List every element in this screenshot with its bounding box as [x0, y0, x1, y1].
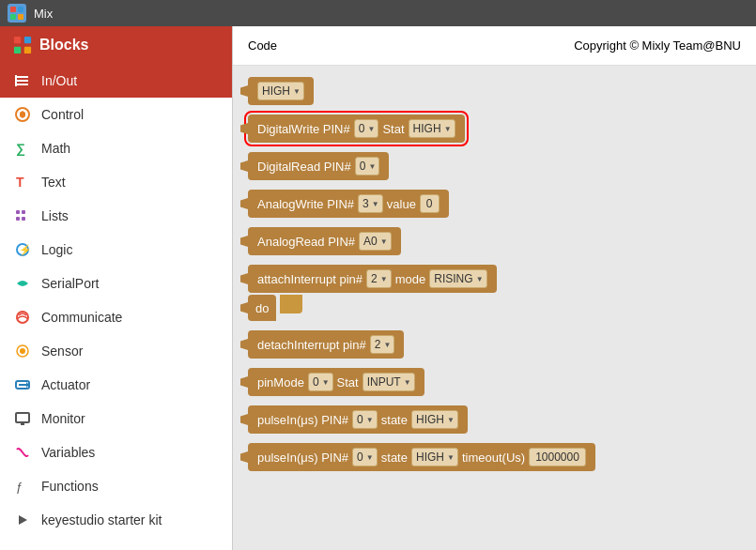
sidebar-item-variables-label: Variables: [41, 445, 95, 460]
logic-icon: ⚡: [13, 240, 32, 259]
attachinterrupt-mode-dropdown[interactable]: RISING: [429, 269, 486, 288]
sidebar-item-sensor-label: Sensor: [41, 344, 83, 359]
title-bar: Mix: [0, 0, 756, 26]
svg-rect-1: [18, 7, 23, 12]
svg-rect-16: [22, 210, 25, 214]
detachinterrupt-block[interactable]: detachInterrupt pin# 2: [248, 330, 404, 359]
sidebar-item-control[interactable]: Control: [0, 98, 232, 131]
pulsein2-prefix: pulseIn(μs) PIN#: [257, 451, 348, 465]
detachinterrupt-prefix: detachInterrupt pin#: [257, 338, 366, 352]
pulsein2-state-dropdown[interactable]: HIGH: [411, 448, 458, 466]
sidebar-item-logic[interactable]: ⚡ Logic: [0, 233, 232, 267]
digitalread-prefix: DigitalRead PIN#: [257, 160, 351, 174]
analogwrite-pin-dropdown[interactable]: 3: [358, 194, 383, 213]
sensor-icon: [13, 342, 32, 360]
sidebar-item-variables[interactable]: Variables: [0, 435, 232, 469]
pulsein-block[interactable]: pulseIn(μs) PIN# 0 state HIGH: [248, 405, 468, 434]
serialport-icon: [13, 274, 32, 293]
sidebar-item-lists[interactable]: Lists: [0, 199, 232, 233]
sidebar-item-inout[interactable]: In/Out: [0, 64, 232, 98]
attachinterrupt-mode-label: mode: [395, 272, 426, 286]
digitalwrite-stat-label: Stat: [382, 122, 404, 136]
digitalwrite-stat-dropdown[interactable]: HIGH: [409, 119, 455, 138]
svg-rect-7: [24, 47, 31, 53]
sidebar-item-text[interactable]: T Text: [0, 165, 232, 199]
sidebar-item-monitor-label: Monitor: [41, 411, 85, 426]
sidebar-item-text-label: Text: [41, 175, 66, 190]
detachinterrupt-pin-dropdown[interactable]: 2: [370, 335, 395, 354]
sidebar-item-functions-label: Functions: [41, 479, 99, 494]
actuator-icon: [13, 375, 32, 394]
pulsein-state-label: state: [381, 413, 408, 427]
svg-rect-17: [16, 217, 20, 221]
pinmode-block[interactable]: pinMode 0 Stat INPUT: [248, 368, 424, 396]
svg-rect-15: [16, 210, 20, 214]
inout-icon: [13, 71, 32, 90]
pulsein2-block[interactable]: pulseIn(μs) PIN# 0 state HIGH timeout(Us…: [248, 443, 595, 471]
sidebar-header: Blocks: [0, 26, 232, 64]
pulsein2-state-label: state: [381, 451, 408, 465]
pinmode-pin-dropdown[interactable]: 0: [308, 373, 333, 391]
pulsein2-timeout-value[interactable]: 1000000: [529, 448, 586, 466]
svg-marker-31: [19, 515, 27, 525]
do-notch: [280, 295, 302, 313]
attachinterrupt-pin-dropdown[interactable]: 2: [366, 269, 392, 288]
sidebar-item-math-label: Math: [41, 141, 70, 156]
svg-rect-6: [14, 47, 21, 53]
svg-rect-3: [18, 14, 23, 20]
svg-text:⚡: ⚡: [19, 243, 31, 256]
app-container: Mix Blocks: [0, 0, 756, 550]
content-area: Code Copyright © Mixly Team@BNU HIGH Dig…: [233, 26, 756, 550]
pinmode-stat-dropdown[interactable]: INPUT: [363, 373, 415, 391]
pulsein-pin-dropdown[interactable]: 0: [352, 410, 378, 429]
high-dropdown[interactable]: HIGH: [257, 82, 304, 100]
sidebar-item-inout-label: In/Out: [41, 73, 77, 88]
sidebar-item-sensor[interactable]: Sensor: [0, 334, 232, 368]
sidebar-item-actuator[interactable]: Actuator: [0, 368, 232, 402]
digitalread-pin-dropdown[interactable]: 0: [355, 157, 380, 176]
svg-text:∑: ∑: [16, 141, 25, 157]
blocks-icon: [13, 36, 32, 54]
svg-rect-4: [14, 37, 21, 43]
pulsein2-pin-dropdown[interactable]: 0: [352, 448, 378, 466]
digitalwrite-block[interactable]: DigitalWrite PIN# 0 Stat HIGH: [248, 115, 465, 143]
title-bar-text: Mix: [34, 7, 53, 21]
svg-rect-18: [22, 217, 25, 221]
digitalread-block[interactable]: DigitalRead PIN# 0: [248, 152, 389, 180]
analogwrite-value[interactable]: 0: [420, 194, 440, 213]
pulsein-state-dropdown[interactable]: HIGH: [411, 410, 458, 429]
sidebar-item-functions[interactable]: ƒ Functions: [0, 469, 232, 503]
analogwrite-value-label: value: [387, 197, 416, 211]
sidebar-item-communicate[interactable]: Communicate: [0, 300, 232, 334]
sidebar-item-keyestudio-label: keyestudio starter kit: [41, 512, 162, 527]
digitalwrite-prefix: DigitalWrite PIN#: [257, 122, 350, 136]
attachinterrupt-prefix: attachInterrupt pin#: [257, 272, 363, 286]
lists-icon: [13, 206, 32, 225]
analogread-block[interactable]: AnalogRead PIN# A0: [248, 227, 401, 255]
svg-text:T: T: [16, 175, 24, 190]
high-block[interactable]: HIGH: [248, 77, 314, 105]
svg-rect-5: [24, 37, 31, 43]
pulsein-prefix: pulseIn(μs) PIN#: [257, 413, 348, 427]
sidebar-item-monitor[interactable]: Monitor: [0, 402, 232, 435]
sidebar-item-keyestudio[interactable]: keyestudio starter kit: [0, 503, 232, 537]
control-icon: [13, 105, 32, 124]
attachinterrupt-block[interactable]: attachInterrupt pin# 2 mode RISING: [248, 265, 497, 293]
app-logo: [8, 4, 26, 23]
monitor-icon: [13, 409, 32, 428]
do-block[interactable]: do: [248, 295, 276, 321]
sidebar-scroll[interactable]: In/Out Control ∑: [0, 64, 232, 550]
math-icon: ∑: [13, 139, 32, 158]
sidebar-item-actuator-label: Actuator: [41, 377, 90, 392]
sidebar-item-math[interactable]: ∑ Math: [0, 131, 232, 165]
sidebar-item-serialport-label: SerialPort: [41, 276, 99, 291]
sidebar-item-serialport[interactable]: SerialPort: [0, 267, 232, 300]
digitalwrite-pin-dropdown[interactable]: 0: [354, 119, 379, 138]
analogwrite-block[interactable]: AnalogWrite PIN# 3 value 0: [248, 190, 449, 218]
content-header: Code Copyright © Mixly Team@BNU: [233, 26, 756, 66]
variables-icon: [13, 443, 32, 462]
blocks-area[interactable]: HIGH DigitalWrite PIN# 0 Stat HIGH Digit: [233, 66, 756, 550]
pinmode-stat-label: Stat: [337, 375, 359, 390]
sidebar-item-communicate-label: Communicate: [41, 310, 122, 325]
analogread-pin-dropdown[interactable]: A0: [359, 232, 392, 251]
